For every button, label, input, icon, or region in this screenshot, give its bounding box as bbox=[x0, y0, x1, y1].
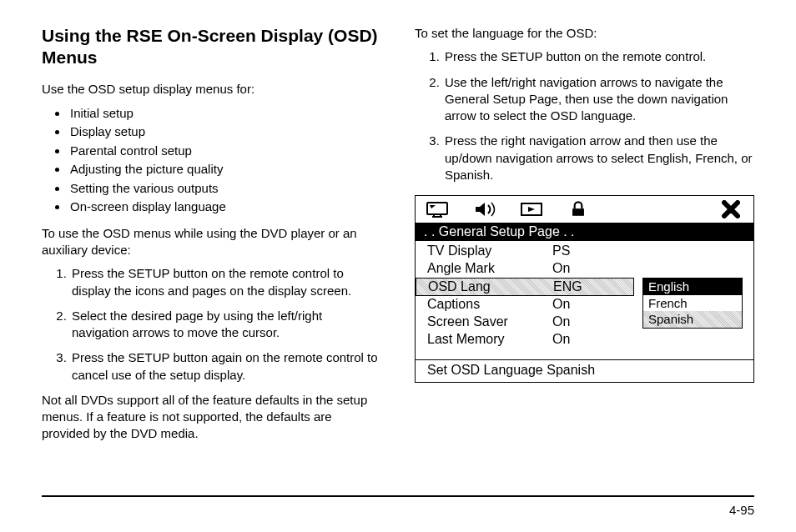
osd-row: Captions On bbox=[427, 296, 634, 314]
osd-row-label: Angle Mark bbox=[427, 260, 552, 278]
osd-screenshot: . . General Setup Page . . TV Display PS… bbox=[415, 195, 754, 383]
speaker-icon bbox=[472, 200, 497, 218]
osd-language-submenu: English French Spanish bbox=[642, 278, 743, 329]
osd-row-value: On bbox=[552, 260, 634, 278]
footer-divider bbox=[42, 495, 754, 497]
video-icon bbox=[519, 200, 544, 218]
osd-submenu-item: French bbox=[643, 295, 742, 312]
osd-submenu-item-active: English bbox=[643, 279, 742, 295]
osd-row: Angle Mark On bbox=[427, 260, 634, 278]
page-number: 4-95 bbox=[729, 503, 754, 517]
list-item: Press the SETUP button on the remote con… bbox=[70, 265, 381, 299]
list-item: Parental control setup bbox=[68, 142, 381, 161]
list-item: Select the desired page by using the lef… bbox=[70, 308, 381, 342]
osd-row-value: PS bbox=[552, 243, 634, 260]
osd-row-value: On bbox=[552, 296, 634, 314]
section-heading: Using the RSE On-Screen Display (OSD) Me… bbox=[42, 25, 381, 69]
svg-rect-2 bbox=[572, 208, 584, 216]
intro-paragraph-3: To set the language for the OSD: bbox=[415, 25, 754, 42]
intro-paragraph-2: To use the OSD menus while using the DVD… bbox=[42, 225, 381, 259]
two-column-layout: Using the RSE On-Screen Display (OSD) Me… bbox=[42, 25, 754, 449]
osd-submenu-item-highlighted: Spanish bbox=[643, 311, 742, 328]
osd-row-value: ENG bbox=[553, 279, 633, 296]
osd-body: TV Display PS Angle Mark On OSD Lang ENG bbox=[416, 241, 753, 359]
list-item: Setting the various outputs bbox=[68, 179, 381, 198]
manual-page: Using the RSE On-Screen Display (OSD) Me… bbox=[0, 0, 796, 532]
right-column: To set the language for the OSD: Press t… bbox=[415, 25, 754, 449]
list-item: Use the left/right navigation arrows to … bbox=[443, 74, 754, 125]
svg-rect-0 bbox=[427, 203, 447, 214]
osd-row-value: On bbox=[552, 314, 634, 331]
list-item: Display setup bbox=[68, 123, 381, 142]
osd-page-title: . . General Setup Page . . bbox=[416, 223, 753, 241]
osd-row: Last Memory On bbox=[427, 331, 634, 349]
steps-list-a: Press the SETUP button on the remote con… bbox=[42, 265, 381, 384]
osd-row-label: OSD Lang bbox=[428, 279, 553, 296]
osd-row-value: On bbox=[552, 331, 634, 349]
list-item: Press the SETUP button on the remote con… bbox=[443, 48, 754, 65]
list-item: Adjusting the picture quality bbox=[68, 160, 381, 179]
osd-row-label: Captions bbox=[427, 296, 552, 314]
note-paragraph: Not all DVDs support all of the feature … bbox=[42, 392, 381, 443]
osd-row: TV Display PS bbox=[427, 243, 634, 260]
list-item: Initial setup bbox=[68, 104, 381, 123]
close-icon bbox=[718, 200, 743, 218]
lock-icon bbox=[566, 200, 591, 218]
uses-list: Initial setup Display setup Parental con… bbox=[42, 104, 381, 217]
osd-tab-icons bbox=[416, 196, 753, 223]
left-column: Using the RSE On-Screen Display (OSD) Me… bbox=[42, 25, 381, 449]
list-item: On-screen display language bbox=[68, 198, 381, 217]
intro-paragraph-1: Use the OSD setup display menus for: bbox=[42, 81, 381, 98]
osd-settings-list: TV Display PS Angle Mark On OSD Lang ENG bbox=[416, 243, 634, 354]
osd-row: Screen Saver On bbox=[427, 314, 634, 331]
list-item: Press the right navigation arrow and the… bbox=[443, 133, 754, 183]
list-item: Press the SETUP button again on the remo… bbox=[70, 349, 381, 384]
osd-row-selected: OSD Lang ENG bbox=[416, 278, 634, 297]
osd-status-line: Set OSD Language Spanish bbox=[416, 359, 753, 382]
tv-icon bbox=[426, 200, 451, 218]
osd-row-label: Screen Saver bbox=[427, 314, 552, 331]
osd-row-label: Last Memory bbox=[427, 331, 552, 349]
osd-row-label: TV Display bbox=[427, 243, 552, 260]
steps-list-b: Press the SETUP button on the remote con… bbox=[415, 48, 754, 183]
